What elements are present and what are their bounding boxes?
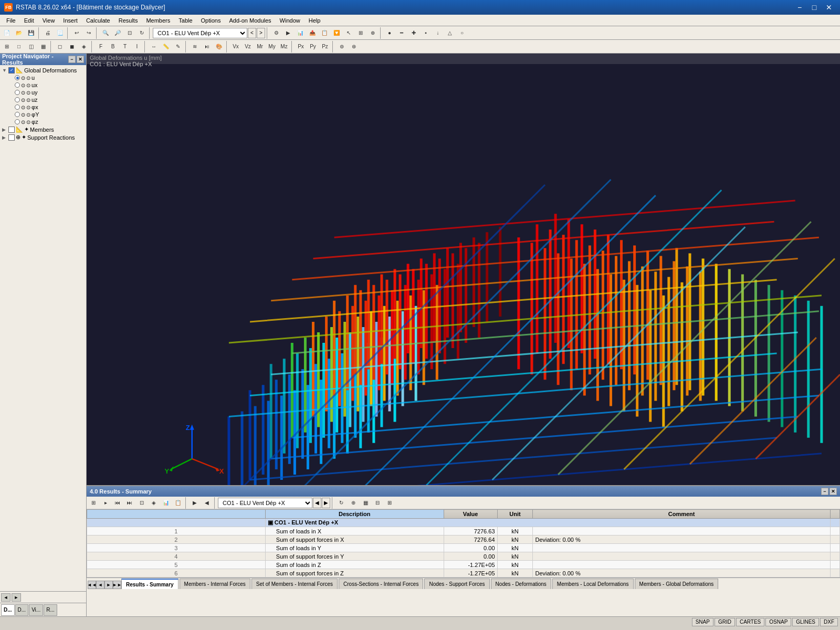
minimize-button[interactable]: −	[793, 2, 806, 13]
vx-btn[interactable]: Vx	[230, 41, 242, 52]
mz-btn[interactable]: Mz	[278, 41, 290, 52]
tab-scroll-next-btn[interactable]: ◄	[96, 581, 104, 589]
radio-phiz[interactable]	[15, 119, 20, 124]
result-filter1-btn[interactable]: ▶	[189, 497, 201, 509]
panel-close-btn[interactable]: ✕	[830, 488, 837, 495]
scale-btn[interactable]: ↔	[148, 41, 160, 52]
zoom-out-btn[interactable]: 🔎	[112, 27, 123, 39]
menu-item-file[interactable]: File	[2, 16, 20, 25]
radio-ux[interactable]	[15, 82, 20, 88]
shade-btn[interactable]: ◈	[78, 41, 90, 52]
status-item-snap[interactable]: SNAP	[692, 618, 713, 626]
zoom-in-btn[interactable]: 🔍	[100, 27, 111, 39]
annotate-btn[interactable]: ✎	[172, 41, 184, 52]
menu-item-view[interactable]: View	[38, 16, 59, 25]
result-table-btn[interactable]: ⊟	[372, 497, 383, 509]
solid-btn[interactable]: ◼	[66, 41, 78, 52]
result-prev-btn[interactable]: ◀	[313, 498, 321, 508]
my-btn[interactable]: My	[266, 41, 278, 52]
px-btn[interactable]: Px	[295, 41, 307, 52]
surf-btn[interactable]: ▪	[420, 27, 432, 39]
front-btn[interactable]: F	[95, 41, 107, 52]
menu-item-window[interactable]: Window	[276, 16, 304, 25]
result-btn[interactable]: 📊	[295, 27, 306, 39]
sidebar-minimize-btn[interactable]: −	[68, 56, 76, 63]
view4-btn[interactable]: ▦	[37, 41, 49, 52]
tree-item-uz[interactable]: ⊙ ⊙ uz	[7, 96, 85, 103]
zoom-fit-btn[interactable]: ⊡	[124, 27, 135, 39]
pz-btn[interactable]: Pz	[319, 41, 331, 52]
checkbox-members[interactable]	[8, 127, 15, 133]
result-filter2-btn[interactable]: ◀	[201, 497, 213, 509]
menu-item-options[interactable]: Options	[197, 16, 225, 25]
tree-item-support-reactions[interactable]: ▶ ⊕ ✦ Support Reactions	[1, 133, 85, 141]
nav-prev-btn[interactable]: ◄	[1, 593, 10, 602]
nav-next-btn[interactable]: ►	[12, 593, 21, 602]
result-columns-btn[interactable]: ▦	[360, 497, 371, 509]
tree-item-phix[interactable]: ⊙ ⊙ φx	[7, 103, 85, 111]
sidebar-tab-vi[interactable]: Vi...	[29, 604, 43, 616]
result-nav2-btn[interactable]: ▸	[100, 497, 111, 509]
back-btn[interactable]: B	[107, 41, 119, 52]
calc-btn[interactable]: ⚙	[270, 27, 282, 39]
filter-btn[interactable]: 🔽	[331, 27, 342, 39]
axes-btn[interactable]: ⊕	[367, 27, 379, 39]
mr-btn[interactable]: Mr	[254, 41, 266, 52]
result-nav5-btn[interactable]: ⊡	[136, 497, 148, 509]
table-row[interactable]: 5 Sum of loads in Z -1.27E+05 kN	[87, 561, 840, 569]
new-btn[interactable]: 📄	[1, 27, 13, 39]
tab-members---internal-forces[interactable]: Members - Internal Forces	[180, 579, 250, 589]
table-row[interactable]: 6 Sum of support forces in Z -1.27E+05 k…	[87, 569, 840, 578]
checkbox-global-def[interactable]: ✓	[8, 67, 15, 74]
menu-item-results[interactable]: Results	[114, 16, 142, 25]
tab-set-of-members---internal-forces[interactable]: Set of Members - Internal Forces	[251, 579, 338, 589]
hinge-btn[interactable]: ○	[456, 27, 468, 39]
iso-btn[interactable]: I	[131, 41, 143, 52]
status-item-cartes[interactable]: CARTES	[736, 618, 764, 626]
result-nav3-btn[interactable]: ⏮	[112, 497, 123, 509]
sidebar-tab-r[interactable]: R...	[44, 604, 57, 616]
print2-btn[interactable]: 📃	[54, 27, 66, 39]
expand-icon-support[interactable]: ▶	[2, 135, 7, 140]
tree-item-phiY[interactable]: ⊙ ⊙ φY	[7, 111, 85, 118]
panel-minimize-btn[interactable]: −	[821, 488, 828, 495]
menu-item-help[interactable]: Help	[304, 16, 325, 25]
measure-btn[interactable]: 📏	[160, 41, 172, 52]
tab-scroll-fwd-btn[interactable]: ►	[104, 581, 113, 589]
extra1-btn[interactable]: ⊚	[336, 41, 348, 52]
radio-uz[interactable]	[15, 97, 20, 102]
menu-item-edit[interactable]: Edit	[20, 16, 38, 25]
menu-item-calculate[interactable]: Calculate	[82, 16, 114, 25]
color-btn[interactable]: 🎨	[213, 41, 225, 52]
sidebar-tab-d[interactable]: D...	[1, 604, 15, 616]
table-row[interactable]: 4 Sum of support forces in Y 0.00 kN	[87, 552, 840, 561]
node-btn[interactable]: ●	[384, 27, 395, 39]
radio-u[interactable]	[15, 75, 20, 80]
status-item-grid[interactable]: GRID	[715, 618, 735, 626]
result-nav1-btn[interactable]: ⊞	[88, 497, 99, 509]
status-item-osnap[interactable]: OSNAP	[765, 618, 791, 626]
table-row[interactable]: 3 Sum of loads in Y 0.00 kN	[87, 544, 840, 552]
close-button[interactable]: ✕	[822, 2, 836, 13]
next-load-btn[interactable]: >	[257, 28, 265, 38]
radio-uy[interactable]	[15, 90, 20, 95]
table-row[interactable]: 1 Sum of loads in X 7276.63 kN	[87, 527, 840, 536]
tree-item-members[interactable]: ▶ 📐 ✦ Members	[1, 125, 85, 133]
save-btn[interactable]: 💾	[25, 27, 37, 39]
support-btn[interactable]: △	[444, 27, 456, 39]
wire-btn[interactable]: ◻	[54, 41, 66, 52]
result-refresh-btn[interactable]: ↻	[335, 497, 347, 509]
view2-btn[interactable]: □	[13, 41, 25, 52]
tab-nodes---support-forces[interactable]: Nodes - Support Forces	[424, 579, 489, 589]
result-nav6-btn[interactable]: ◈	[148, 497, 160, 509]
member-btn[interactable]: ━	[396, 27, 407, 39]
tab-members---local-deformations[interactable]: Members - Local Deformations	[552, 579, 634, 589]
tree-item-u[interactable]: ⊙ ⊙ u	[7, 74, 85, 81]
menu-item-insert[interactable]: Insert	[59, 16, 82, 25]
export-btn[interactable]: 📤	[307, 27, 318, 39]
load-case-combo[interactable]: CO1 - ELU Vent Dép +X	[153, 28, 247, 38]
menu-item-table[interactable]: Table	[174, 16, 196, 25]
redo-btn[interactable]: ↪	[83, 27, 94, 39]
view3-btn[interactable]: ◫	[25, 41, 37, 52]
sidebar-tab-d2[interactable]: D...	[15, 604, 29, 616]
